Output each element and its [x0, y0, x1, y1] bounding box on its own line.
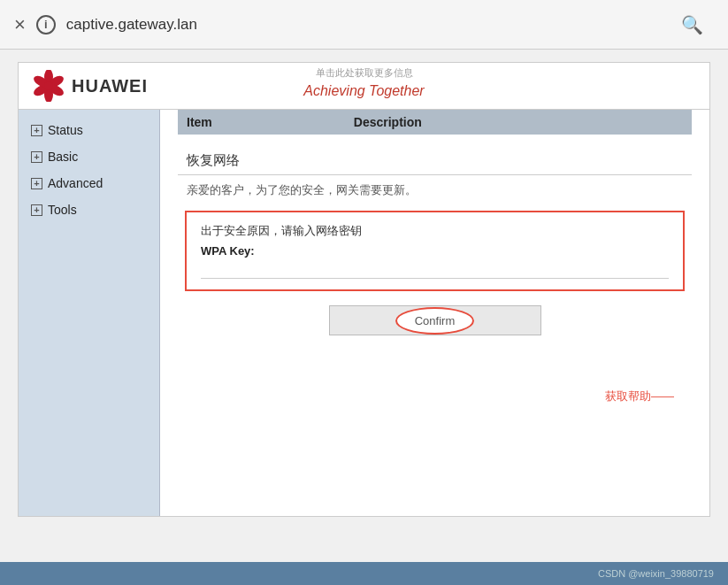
- browser-info-icon: i: [36, 15, 56, 35]
- footer-bar: CSDN @weixin_39880719: [0, 562, 728, 585]
- huawei-header: 单击此处获取更多信息 HUAWEI Achieving Together: [18, 62, 710, 110]
- sidebar-item-advanced[interactable]: + Advanced: [19, 170, 159, 196]
- content-area: Item Description 恢复网络 亲爱的客户，为了您的安全，网关需要更…: [160, 110, 709, 516]
- sidebar: + Status + Basic + Advanced + Tools: [19, 110, 160, 516]
- browser-search-icon[interactable]: 🔍: [681, 14, 703, 35]
- header-top-text: 单击此处获取更多信息: [316, 66, 413, 80]
- sidebar-expand-tools: +: [31, 204, 42, 216]
- sidebar-label-basic: Basic: [48, 150, 78, 164]
- restore-title: 恢复网络: [178, 152, 692, 175]
- wpa-text: 出于安全原因，请输入网络密钥: [201, 223, 669, 239]
- sidebar-expand-basic: +: [31, 151, 42, 163]
- sidebar-label-tools: Tools: [48, 203, 77, 217]
- sidebar-expand-advanced: +: [31, 178, 42, 189]
- confirm-button-background: Confirm: [329, 305, 541, 335]
- sidebar-item-basic[interactable]: + Basic: [19, 143, 159, 170]
- wpa-label: WPA Key:: [201, 244, 669, 258]
- sidebar-expand-status: +: [31, 125, 42, 136]
- sidebar-item-tools[interactable]: + Tools: [19, 196, 159, 223]
- restore-subtitle: 亲爱的客户，为了您的安全，网关需要更新。: [178, 182, 692, 198]
- huawei-tagline: Achieving Together: [19, 83, 709, 99]
- footer-watermark: CSDN @weixin_39880719: [598, 568, 714, 579]
- sidebar-label-status: Status: [48, 123, 83, 137]
- confirm-button[interactable]: Confirm: [395, 307, 475, 335]
- col-item: Item: [187, 115, 212, 129]
- col-description: Description: [354, 115, 422, 129]
- wpa-key-input[interactable]: [201, 261, 669, 279]
- help-link[interactable]: 获取帮助——: [178, 389, 692, 404]
- wpa-box: 出于安全原因，请输入网络密钥 WPA Key:: [185, 211, 685, 291]
- main-layout: + Status + Basic + Advanced + Tools Item…: [18, 110, 710, 517]
- browser-close-button[interactable]: ×: [14, 15, 26, 35]
- sidebar-label-advanced: Advanced: [48, 176, 103, 190]
- browser-url: captive.gateway.lan: [66, 16, 671, 34]
- confirm-area: Confirm: [178, 305, 692, 335]
- sidebar-item-status[interactable]: + Status: [19, 117, 159, 143]
- browser-bar: × i captive.gateway.lan 🔍: [0, 0, 728, 50]
- table-header: Item Description: [178, 110, 692, 135]
- page-content: 单击此处获取更多信息 HUAWEI Achieving Together + S…: [0, 50, 728, 585]
